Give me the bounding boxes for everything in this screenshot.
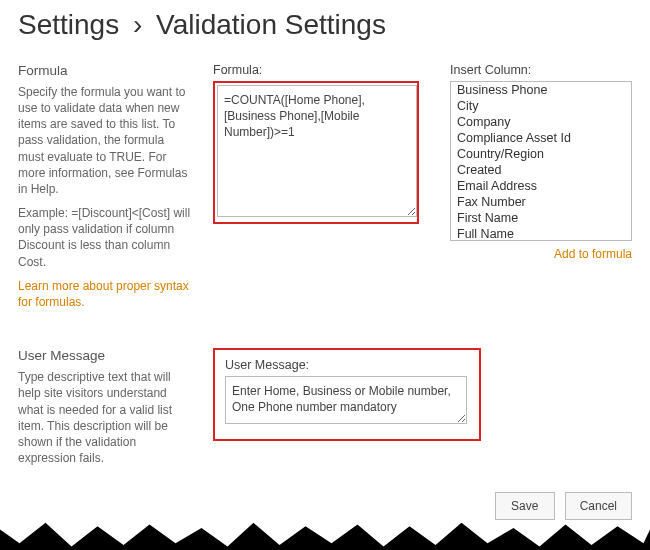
insert-column-option[interactable]: City — [451, 98, 631, 114]
user-message-help: Type descriptive text that will help sit… — [18, 369, 193, 466]
insert-column-option[interactable]: Email Address — [451, 178, 631, 194]
insert-column-option[interactable]: Full Name — [451, 226, 631, 241]
formula-heading: Formula — [18, 63, 193, 78]
add-to-formula-link[interactable]: Add to formula — [554, 247, 632, 261]
formula-help-1: Specify the formula you want to use to v… — [18, 84, 193, 197]
user-message-label: User Message: — [225, 358, 469, 372]
user-message-heading: User Message — [18, 348, 193, 363]
formula-section: Formula Specify the formula you want to … — [18, 63, 632, 318]
formula-label: Formula: — [213, 63, 432, 77]
cancel-button[interactable]: Cancel — [565, 492, 632, 520]
insert-column-option[interactable]: Country/Region — [451, 146, 631, 162]
user-message-section: User Message Type descriptive text that … — [18, 348, 632, 474]
breadcrumb-current: Validation Settings — [156, 9, 386, 40]
breadcrumb-sep-icon: › — [133, 9, 142, 40]
insert-column-option[interactable]: First Name — [451, 210, 631, 226]
insert-column-option[interactable]: Compliance Asset Id — [451, 130, 631, 146]
insert-column-option[interactable]: Created — [451, 162, 631, 178]
save-button[interactable]: Save — [495, 492, 555, 520]
user-message-highlight-box: User Message: — [213, 348, 481, 441]
insert-column-option[interactable]: Business Phone — [451, 82, 631, 98]
learn-more-link[interactable]: Learn more about proper syntax for formu… — [18, 279, 189, 309]
formula-help-2: Example: =[Discount]<[Cost] will only pa… — [18, 205, 193, 270]
insert-column-label: Insert Column: — [450, 63, 632, 77]
formula-input[interactable] — [217, 85, 417, 217]
breadcrumb-root[interactable]: Settings — [18, 9, 119, 40]
insert-column-option[interactable]: Company — [451, 114, 631, 130]
insert-column-list[interactable]: Business PhoneCityCompanyCompliance Asse… — [450, 81, 632, 241]
breadcrumb: Settings › Validation Settings — [18, 10, 632, 41]
formula-highlight-box — [213, 81, 419, 224]
torn-edge-decoration — [0, 516, 650, 550]
insert-column-option[interactable]: Fax Number — [451, 194, 631, 210]
user-message-input[interactable] — [225, 376, 467, 424]
